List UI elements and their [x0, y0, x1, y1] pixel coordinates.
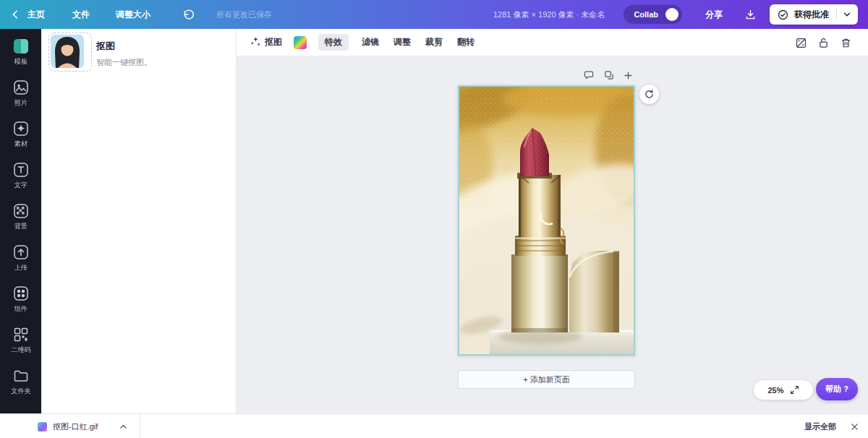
tab-flip[interactable]: 翻转 — [456, 34, 476, 51]
components-icon — [12, 285, 30, 302]
comment-icon — [583, 69, 595, 81]
sidebar-item-text[interactable]: 文字 — [12, 161, 30, 190]
toggle-knob — [665, 8, 678, 21]
avatar-wrap[interactable] — [51, 35, 84, 68]
chevron-left-icon — [10, 9, 20, 20]
duplicate-page-button[interactable] — [603, 69, 615, 81]
document-info: 1281 像素 × 1920 像素 · 未命名 — [493, 9, 605, 20]
menu-home[interactable]: 主页 — [27, 9, 45, 21]
sidebar-item-folders[interactable]: 文件夹 — [10, 367, 32, 396]
upload-icon — [12, 244, 30, 261]
add-page-icon-button[interactable] — [624, 71, 633, 80]
unlock-icon — [817, 37, 830, 49]
sidebar-item-background[interactable]: 背景 — [12, 202, 30, 231]
portrait-avatar-image — [51, 35, 84, 68]
sidebar-item-upload[interactable]: 上传 — [12, 244, 30, 272]
cutout-button[interactable]: 抠图 — [250, 36, 282, 48]
tab-effects[interactable]: 特效 — [318, 34, 349, 51]
bottom-bar: 抠图-口红.gif 显示全部 — [0, 413, 868, 438]
sidebar-item-photos[interactable]: 照片 — [12, 79, 30, 108]
panel-texts: 抠图 智能一键抠图。 — [96, 35, 152, 68]
saved-status: 所有更改已保存 — [216, 9, 272, 20]
cutout-tool-panel: 抠图 智能一键抠图。 — [41, 29, 237, 413]
sidebar-item-elements[interactable]: 素材 — [12, 120, 30, 149]
undo-icon — [182, 9, 195, 21]
menu-resize[interactable]: 调整大小 — [116, 9, 150, 21]
help-button[interactable]: 帮助 ? — [816, 378, 858, 400]
lipstick-photo — [459, 87, 634, 354]
zoom-level: 25% — [767, 386, 783, 395]
selected-image-lipstick[interactable] — [458, 85, 635, 356]
panel-title: 抠图 — [96, 40, 152, 53]
close-bar-button[interactable] — [850, 414, 859, 438]
sidebar-item-components[interactable]: 组件 — [12, 285, 30, 314]
canvas-toolbar: 抠图 特效 滤镜 调整 裁剪 翻转 — [237, 29, 868, 56]
avatar — [51, 35, 84, 68]
approve-label: 获得批准 — [794, 9, 829, 21]
rotate-icon — [644, 89, 655, 100]
chevron-down-icon[interactable] — [842, 9, 852, 20]
tab-filters[interactable]: 滤镜 — [360, 34, 380, 51]
comment-button[interactable] — [583, 69, 595, 81]
background-icon — [12, 202, 30, 220]
transparency-button[interactable] — [795, 37, 807, 49]
page-action-icons — [583, 69, 633, 81]
zoom-control[interactable]: 25% — [754, 380, 813, 400]
photo-icon — [12, 79, 30, 96]
add-new-page-button[interactable]: + 添加新页面 — [458, 370, 635, 389]
show-all-button[interactable]: 显示全部 — [804, 414, 836, 438]
plus-icon — [624, 71, 633, 80]
collapse-button[interactable] — [119, 422, 128, 431]
editor-app: 主页 文件 调整大小 所有更改已保存 1281 像素 × 1920 像素 · 未… — [0, 0, 868, 438]
back-button[interactable] — [10, 9, 20, 20]
divider — [836, 9, 837, 20]
tab-crop[interactable]: 裁剪 — [424, 34, 444, 51]
qrcode-icon — [12, 326, 30, 343]
panel-header: 抠图 智能一键抠图。 — [51, 35, 152, 68]
download-button[interactable] — [744, 9, 757, 21]
collab-toggle[interactable]: Collab — [624, 5, 682, 24]
top-bar: 主页 文件 调整大小 所有更改已保存 1281 像素 × 1920 像素 · 未… — [0, 0, 868, 29]
magic-wand-icon — [250, 36, 262, 48]
sidebar-item-templates[interactable]: 模板 — [12, 38, 30, 66]
elements-icon — [12, 120, 30, 137]
rotate-handle[interactable] — [639, 85, 659, 104]
chevron-up-icon — [119, 422, 128, 431]
trash-icon — [840, 37, 852, 49]
icon-sidebar: 模板 照片 素材 文字 背景 上传 组件 二维码 — [0, 29, 41, 413]
file-name: 抠图-口红.gif — [53, 421, 98, 432]
undo-button[interactable] — [182, 9, 195, 21]
share-button[interactable]: 分享 — [705, 9, 723, 21]
fullscreen-expand-icon[interactable] — [790, 385, 799, 395]
duplicate-icon — [603, 69, 615, 81]
close-icon — [850, 422, 859, 431]
approve-button[interactable]: 获得批准 — [770, 4, 858, 25]
folder-icon — [12, 367, 30, 385]
cutout-label: 抠图 — [265, 36, 282, 48]
tab-adjust[interactable]: 调整 — [392, 34, 412, 51]
download-icon — [744, 9, 757, 21]
panel-subtitle: 智能一键抠图。 — [96, 57, 152, 68]
transparency-icon — [795, 37, 807, 49]
pages-tab[interactable]: 抠图-口红.gif — [0, 414, 140, 438]
filter-preview-icon[interactable] — [294, 36, 307, 49]
text-icon — [12, 161, 30, 179]
sidebar-item-qrcode[interactable]: 二维码 — [10, 326, 32, 355]
menu-file[interactable]: 文件 — [72, 9, 90, 21]
check-circle-icon — [777, 9, 789, 21]
gif-file-icon — [38, 422, 47, 431]
delete-button[interactable] — [840, 37, 852, 49]
template-icon — [12, 38, 30, 55]
lock-button[interactable] — [817, 37, 830, 49]
toolbar-right-actions — [795, 29, 852, 56]
collab-label: Collab — [634, 10, 658, 19]
